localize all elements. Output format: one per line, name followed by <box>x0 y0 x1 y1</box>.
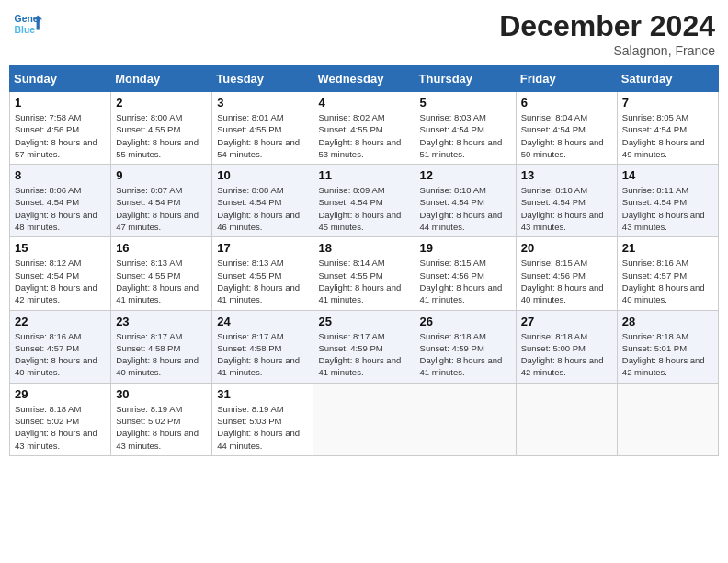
calendar-cell: 28Sunrise: 8:18 AM Sunset: 5:01 PM Dayli… <box>617 310 718 383</box>
calendar-cell: 6Sunrise: 8:04 AM Sunset: 4:54 PM Daylig… <box>516 92 617 165</box>
calendar-cell: 21Sunrise: 8:16 AM Sunset: 4:57 PM Dayli… <box>617 237 718 310</box>
calendar-cell: 1Sunrise: 7:58 AM Sunset: 4:56 PM Daylig… <box>10 92 111 165</box>
day-info: Sunrise: 8:16 AM Sunset: 4:57 PM Dayligh… <box>15 330 106 379</box>
day-number: 19 <box>420 241 511 255</box>
day-number: 18 <box>318 241 409 255</box>
day-number: 23 <box>116 315 207 328</box>
calendar-cell: 14Sunrise: 8:11 AM Sunset: 4:54 PM Dayli… <box>617 165 718 237</box>
calendar-cell: 27Sunrise: 8:18 AM Sunset: 5:00 PM Dayli… <box>516 310 617 383</box>
day-number: 6 <box>521 96 612 109</box>
day-number: 7 <box>622 96 713 109</box>
weekday-header-friday: Friday <box>516 66 617 92</box>
calendar-cell: 31Sunrise: 8:19 AM Sunset: 5:03 PM Dayli… <box>212 383 313 455</box>
weekday-header-sunday: Sunday <box>10 66 111 92</box>
calendar-cell: 22Sunrise: 8:16 AM Sunset: 4:57 PM Dayli… <box>10 310 111 383</box>
calendar-cell: 26Sunrise: 8:18 AM Sunset: 4:59 PM Dayli… <box>415 310 516 383</box>
day-number: 28 <box>622 315 713 328</box>
calendar-cell: 10Sunrise: 8:08 AM Sunset: 4:54 PM Dayli… <box>212 165 313 237</box>
day-info: Sunrise: 8:10 AM Sunset: 4:54 PM Dayligh… <box>420 184 511 233</box>
day-number: 22 <box>15 315 106 328</box>
day-number: 5 <box>420 96 511 109</box>
weekday-header-monday: Monday <box>111 66 212 92</box>
day-info: Sunrise: 7:58 AM Sunset: 4:56 PM Dayligh… <box>15 111 106 160</box>
day-info: Sunrise: 8:13 AM Sunset: 4:55 PM Dayligh… <box>116 257 207 305</box>
day-info: Sunrise: 8:00 AM Sunset: 4:55 PM Dayligh… <box>116 111 207 160</box>
day-info: Sunrise: 8:04 AM Sunset: 4:54 PM Dayligh… <box>521 111 612 160</box>
day-number: 9 <box>116 168 207 182</box>
day-number: 20 <box>521 241 612 255</box>
day-info: Sunrise: 8:15 AM Sunset: 4:56 PM Dayligh… <box>420 257 511 305</box>
day-number: 13 <box>521 168 612 182</box>
day-info: Sunrise: 8:18 AM Sunset: 5:02 PM Dayligh… <box>15 403 106 452</box>
calendar-cell: 4Sunrise: 8:02 AM Sunset: 4:55 PM Daylig… <box>313 92 415 165</box>
day-number: 31 <box>217 387 308 401</box>
weekday-header-thursday: Thursday <box>415 66 516 92</box>
calendar-cell: 25Sunrise: 8:17 AM Sunset: 4:59 PM Dayli… <box>313 310 415 383</box>
day-number: 1 <box>15 96 106 109</box>
day-number: 30 <box>116 387 207 401</box>
calendar-table: SundayMondayTuesdayWednesdayThursdayFrid… <box>9 65 719 456</box>
svg-text:Blue: Blue <box>15 25 36 35</box>
day-info: Sunrise: 8:10 AM Sunset: 4:54 PM Dayligh… <box>521 184 612 233</box>
calendar-cell: 7Sunrise: 8:05 AM Sunset: 4:54 PM Daylig… <box>617 92 718 165</box>
calendar-cell: 20Sunrise: 8:15 AM Sunset: 4:56 PM Dayli… <box>516 237 617 310</box>
day-info: Sunrise: 8:02 AM Sunset: 4:55 PM Dayligh… <box>318 111 409 160</box>
month-title: December 2024 <box>499 9 715 43</box>
subtitle: Salagnon, France <box>499 43 715 58</box>
day-info: Sunrise: 8:01 AM Sunset: 4:55 PM Dayligh… <box>217 111 308 160</box>
day-info: Sunrise: 8:15 AM Sunset: 4:56 PM Dayligh… <box>521 257 612 305</box>
day-info: Sunrise: 8:17 AM Sunset: 4:59 PM Dayligh… <box>318 330 409 379</box>
calendar-week-3: 15Sunrise: 8:12 AM Sunset: 4:54 PM Dayli… <box>10 237 719 310</box>
calendar-cell: 13Sunrise: 8:10 AM Sunset: 4:54 PM Dayli… <box>516 165 617 237</box>
day-number: 25 <box>318 315 409 328</box>
calendar-cell: 3Sunrise: 8:01 AM Sunset: 4:55 PM Daylig… <box>212 92 313 165</box>
day-number: 12 <box>420 168 511 182</box>
calendar-week-2: 8Sunrise: 8:06 AM Sunset: 4:54 PM Daylig… <box>10 165 719 237</box>
calendar-cell: 11Sunrise: 8:09 AM Sunset: 4:54 PM Dayli… <box>313 165 415 237</box>
day-number: 24 <box>217 315 308 328</box>
weekday-header-tuesday: Tuesday <box>212 66 313 92</box>
day-number: 11 <box>318 168 409 182</box>
calendar-week-4: 22Sunrise: 8:16 AM Sunset: 4:57 PM Dayli… <box>10 310 719 383</box>
day-info: Sunrise: 8:17 AM Sunset: 4:58 PM Dayligh… <box>116 330 207 379</box>
day-number: 10 <box>217 168 308 182</box>
calendar-cell: 23Sunrise: 8:17 AM Sunset: 4:58 PM Dayli… <box>111 310 212 383</box>
calendar-cell: 16Sunrise: 8:13 AM Sunset: 4:55 PM Dayli… <box>111 237 212 310</box>
day-number: 4 <box>318 96 409 109</box>
day-number: 3 <box>217 96 308 109</box>
logo: General Blue <box>13 9 42 39</box>
day-number: 16 <box>116 241 207 255</box>
calendar-cell: 18Sunrise: 8:14 AM Sunset: 4:55 PM Dayli… <box>313 237 415 310</box>
day-info: Sunrise: 8:03 AM Sunset: 4:54 PM Dayligh… <box>420 111 511 160</box>
day-info: Sunrise: 8:19 AM Sunset: 5:02 PM Dayligh… <box>116 403 207 452</box>
day-number: 29 <box>15 387 106 401</box>
calendar-week-5: 29Sunrise: 8:18 AM Sunset: 5:02 PM Dayli… <box>10 383 719 455</box>
day-info: Sunrise: 8:14 AM Sunset: 4:55 PM Dayligh… <box>318 257 409 305</box>
weekday-header-wednesday: Wednesday <box>313 66 415 92</box>
calendar-cell: 9Sunrise: 8:07 AM Sunset: 4:54 PM Daylig… <box>111 165 212 237</box>
day-number: 15 <box>15 241 106 255</box>
calendar-cell <box>516 383 617 455</box>
day-number: 17 <box>217 241 308 255</box>
day-info: Sunrise: 8:19 AM Sunset: 5:03 PM Dayligh… <box>217 403 308 452</box>
header: General Blue December 2024 Salagnon, Fra… <box>9 9 719 58</box>
day-info: Sunrise: 8:05 AM Sunset: 4:54 PM Dayligh… <box>622 111 713 160</box>
day-number: 26 <box>420 315 511 328</box>
day-info: Sunrise: 8:18 AM Sunset: 4:59 PM Dayligh… <box>420 330 511 379</box>
calendar-cell <box>617 383 718 455</box>
day-info: Sunrise: 8:13 AM Sunset: 4:55 PM Dayligh… <box>217 257 308 305</box>
calendar-cell <box>415 383 516 455</box>
title-area: December 2024 Salagnon, France <box>499 9 715 58</box>
day-info: Sunrise: 8:08 AM Sunset: 4:54 PM Dayligh… <box>217 184 308 233</box>
day-info: Sunrise: 8:12 AM Sunset: 4:54 PM Dayligh… <box>15 257 106 305</box>
day-number: 2 <box>116 96 207 109</box>
weekday-header-saturday: Saturday <box>617 66 718 92</box>
day-number: 8 <box>15 168 106 182</box>
day-info: Sunrise: 8:09 AM Sunset: 4:54 PM Dayligh… <box>318 184 409 233</box>
calendar-cell: 29Sunrise: 8:18 AM Sunset: 5:02 PM Dayli… <box>10 383 111 455</box>
calendar-cell: 24Sunrise: 8:17 AM Sunset: 4:58 PM Dayli… <box>212 310 313 383</box>
day-number: 14 <box>622 168 713 182</box>
calendar-cell: 5Sunrise: 8:03 AM Sunset: 4:54 PM Daylig… <box>415 92 516 165</box>
calendar-week-1: 1Sunrise: 7:58 AM Sunset: 4:56 PM Daylig… <box>10 92 719 165</box>
calendar-cell: 17Sunrise: 8:13 AM Sunset: 4:55 PM Dayli… <box>212 237 313 310</box>
